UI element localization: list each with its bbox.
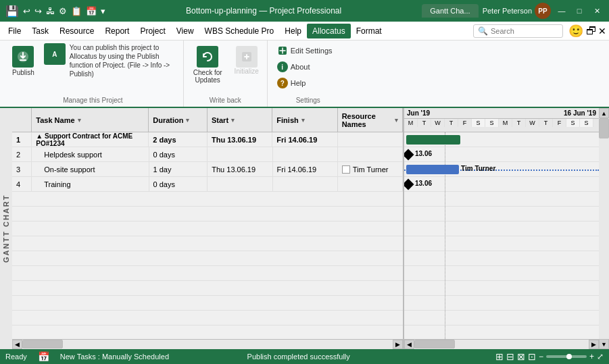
minimize-button[interactable]: — — [555, 4, 568, 18]
row-dur-2: 0 days — [149, 147, 208, 161]
finish-col-dropdown[interactable]: ▾ — [301, 117, 305, 124]
check-updates-button[interactable]: Check forUpdates — [189, 43, 226, 86]
edit-settings-button[interactable]: Edit Settings — [273, 43, 343, 58]
menu-task[interactable]: Task — [26, 24, 54, 38]
status-icon-3[interactable]: ⊠ — [517, 351, 525, 362]
day-M2: M — [499, 119, 512, 127]
menu-format[interactable]: Format — [351, 24, 387, 38]
table-row[interactable]: 4 Training 0 days — [12, 177, 403, 192]
start-col-dropdown[interactable]: ▾ — [231, 117, 235, 124]
publish-label: Publish — [12, 69, 34, 76]
calendar-icon[interactable]: 📅 — [86, 6, 97, 16]
col-header-start[interactable]: Start ▾ — [208, 108, 272, 132]
tab-gantt[interactable]: Gantt Cha... — [422, 4, 478, 18]
save-icon[interactable]: 💾 — [5, 5, 19, 18]
restore-icon[interactable]: 🗗 — [586, 25, 597, 37]
hscroll-thumb[interactable] — [22, 340, 63, 348]
view-icon[interactable]: 📋 — [71, 6, 82, 16]
res-col-dropdown[interactable]: ▾ — [395, 117, 398, 124]
about-button[interactable]: i About — [273, 59, 343, 74]
row-start-4 — [208, 177, 272, 191]
menu-allocatus[interactable]: Allocatus — [307, 24, 351, 38]
chart-hscroll-track[interactable] — [414, 340, 589, 349]
row-finish-3: Fri 14.06.19 — [273, 162, 338, 176]
status-icon-1[interactable]: ⊞ — [495, 351, 504, 362]
search-input[interactable] — [491, 27, 558, 35]
zoom-slider[interactable] — [546, 355, 587, 358]
network-icon[interactable]: 🖧 — [46, 6, 55, 16]
status-bar-right: ⊞ ⊟ ⊠ ⊡ − + ⤢ — [495, 351, 604, 362]
col-header-duration[interactable]: Duration ▾ — [149, 108, 208, 132]
avatar[interactable]: PP — [535, 3, 551, 19]
period-left: Jun '19 — [407, 109, 430, 117]
table-row[interactable]: 1 ▲ Support Contract for ACME PO#1234 2 … — [12, 132, 403, 147]
chart-hscroll-thumb[interactable] — [414, 340, 455, 348]
row-dur-1: 2 days — [149, 132, 208, 147]
close-button[interactable]: ✕ — [590, 4, 604, 18]
ribbon-close-icon[interactable]: ✕ — [598, 26, 606, 36]
status-expand-icon[interactable]: ⤢ — [597, 352, 604, 361]
settings-group: Edit Settings i About ? Help Settings — [268, 41, 349, 107]
search-box[interactable]: 🔍 — [473, 24, 563, 38]
chart-hscroll[interactable]: ◀ ▶ — [404, 339, 599, 349]
zoom-in-icon[interactable]: + — [589, 352, 594, 361]
menu-view[interactable]: View — [171, 24, 199, 38]
zoom-out-icon[interactable]: − — [539, 352, 543, 361]
vscroll-thumb[interactable] — [599, 118, 609, 138]
day-S4: S — [580, 119, 593, 127]
menu-resource[interactable]: Resource — [54, 24, 99, 38]
menu-file[interactable]: File — [3, 24, 26, 38]
row-finish-4 — [273, 177, 338, 191]
vertical-scrollbar[interactable]: ▲ ▼ — [599, 108, 609, 349]
table-row[interactable]: 3 On-site support 1 day Thu 13.06.19 Fri… — [12, 162, 403, 177]
status-icon-4[interactable]: ⊡ — [528, 351, 536, 362]
menu-help[interactable]: Help — [279, 24, 307, 38]
day-M1: M — [404, 119, 418, 127]
maximize-button[interactable]: □ — [573, 4, 586, 18]
gantt-row-3: Tim Turner — [404, 162, 599, 177]
menu-wbs[interactable]: WBS Schedule Pro — [199, 24, 280, 38]
col-header-task[interactable]: Task Name ▾ — [32, 108, 149, 132]
gantt-bar-1 — [406, 135, 460, 145]
hscroll-track[interactable] — [22, 340, 393, 349]
status-icon-2[interactable]: ⊟ — [506, 351, 514, 362]
chart-hscroll-right[interactable]: ▶ — [589, 340, 599, 349]
period-right: 16 Jun '19 — [564, 109, 596, 117]
user-name: Peter Peterson — [483, 7, 532, 15]
col-header-num — [12, 108, 32, 132]
publish-group-label: Manage this Project — [8, 94, 178, 104]
table-row[interactable]: 2 Helpdesk support 0 days — [12, 147, 403, 162]
task-col-dropdown[interactable]: ▾ — [78, 117, 81, 124]
day-F2: F — [553, 119, 566, 127]
initialize-button[interactable]: Initialize — [232, 43, 262, 78]
publish-button[interactable]: Publish — [8, 43, 39, 79]
row-task-3: On-site support — [32, 162, 149, 176]
menu-report[interactable]: Report — [99, 24, 135, 38]
help-icon: ? — [277, 78, 288, 88]
hscroll-left-btn[interactable]: ◀ — [12, 340, 22, 349]
redo-icon[interactable]: ↪ — [34, 6, 42, 16]
row-res-text-3: Tim Turner — [353, 165, 389, 174]
chart-rows: 13.06 Tim Turner 13.06 — [404, 132, 599, 339]
options-icon[interactable]: ⚙ — [59, 6, 67, 16]
col-header-resources[interactable]: Resource Names ▾ — [338, 108, 403, 132]
dur-col-dropdown[interactable]: ▾ — [186, 117, 189, 124]
menu-project[interactable]: Project — [135, 24, 170, 38]
row-num-2: 2 — [12, 147, 32, 161]
help-button[interactable]: ? Help — [273, 76, 343, 90]
col-header-finish[interactable]: Finish ▾ — [272, 108, 337, 132]
chart-hscroll-left[interactable]: ◀ — [404, 340, 414, 349]
resource-checkbox[interactable] — [342, 165, 350, 174]
row-num-4: 4 — [12, 177, 32, 191]
undo-icon[interactable]: ↩ — [23, 6, 30, 16]
gantt-milestone-2 — [404, 149, 414, 161]
vscroll-track — [599, 118, 609, 339]
more-icon[interactable]: ▾ — [101, 6, 105, 16]
zoom-thumb[interactable] — [566, 354, 572, 359]
vscroll-up-btn[interactable]: ▲ — [599, 108, 609, 118]
hscroll-right-btn[interactable]: ▶ — [393, 340, 403, 349]
task-table-hscroll[interactable]: ◀ ▶ — [12, 339, 403, 349]
smiley-icon[interactable]: 🙂 — [568, 24, 583, 38]
day-T3: T — [512, 119, 526, 127]
vscroll-down-btn[interactable]: ▼ — [599, 339, 609, 349]
